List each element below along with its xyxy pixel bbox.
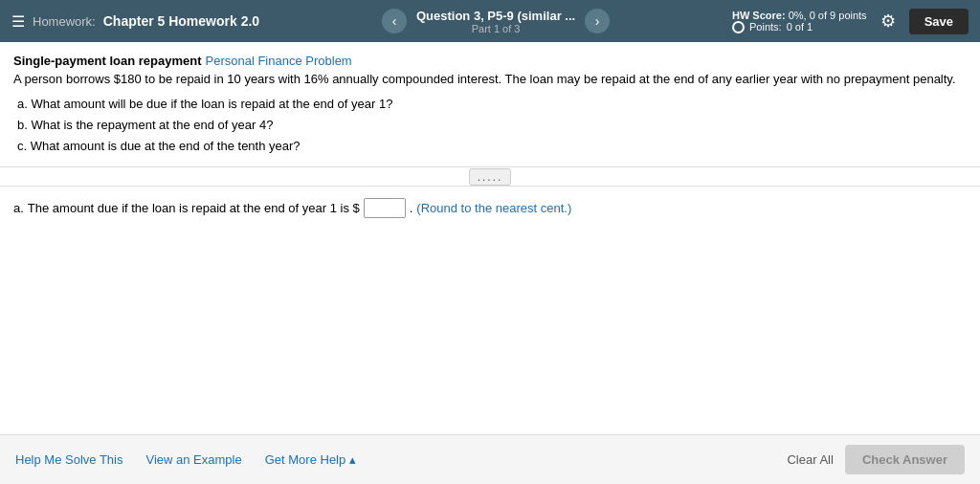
help-solve-button[interactable]: Help Me Solve This: [15, 452, 122, 467]
content-wrapper: Single-payment loan repayment Personal F…: [0, 42, 980, 484]
problem-area: Single-payment loan repayment Personal F…: [0, 42, 980, 167]
sub-questions: a. What amount will be due if the loan i…: [13, 94, 967, 157]
header-title: Chapter 5 Homework 2.0: [103, 13, 259, 29]
answer-input[interactable]: [364, 198, 406, 218]
answer-line: a. The amount due if the loan is repaid …: [13, 198, 967, 218]
question-title: Question 3, P5-9 (similar ...: [416, 9, 575, 23]
points-label: Points:: [749, 21, 782, 33]
score-points-row: Points: 0 of 1: [732, 21, 867, 33]
personal-finance-link[interactable]: Personal Finance Problem: [206, 54, 352, 68]
header: ☰ Homework: Chapter 5 Homework 2.0 ‹ Que…: [0, 0, 980, 42]
hamburger-icon[interactable]: ☰: [11, 12, 25, 31]
question-info: Question 3, P5-9 (similar ... Part 1 of …: [416, 9, 575, 34]
divider-row: .....: [0, 167, 980, 187]
get-more-help-button[interactable]: Get More Help ▴: [265, 452, 356, 467]
main-content: Single-payment loan repayment Personal F…: [0, 42, 980, 434]
part-label: Part 1 of 3: [472, 23, 521, 34]
answer-part-label: a.: [13, 201, 24, 215]
points-value: 0 of 1: [787, 21, 813, 33]
clear-all-button[interactable]: Clear All: [787, 452, 833, 467]
problem-description: A person borrows $180 to be repaid in 10…: [13, 72, 956, 86]
check-answer-button[interactable]: Check Answer: [845, 445, 965, 474]
header-left: ☰ Homework: Chapter 5 Homework 2.0: [11, 12, 259, 31]
score-info: HW Score: 0%, 0 of 9 points Points: 0 of…: [732, 10, 867, 33]
round-note: (Round to the nearest cent.): [416, 201, 571, 215]
problem-title: Single-payment loan repayment: [13, 54, 202, 68]
view-example-button[interactable]: View an Example: [145, 452, 241, 467]
collapse-button[interactable]: .....: [469, 168, 512, 186]
footer: Help Me Solve This View an Example Get M…: [0, 434, 980, 484]
sub-question-b: b. What is the repayment at the end of y…: [17, 115, 967, 136]
header-center: ‹ Question 3, P5-9 (similar ... Part 1 o…: [259, 9, 732, 34]
save-button[interactable]: Save: [909, 9, 969, 34]
header-right: HW Score: 0%, 0 of 9 points Points: 0 of…: [732, 9, 969, 34]
hw-score-value: 0%, 0 of 9 points: [789, 10, 867, 21]
hw-score-bold: HW Score:: [732, 10, 786, 21]
answer-pre-text: The amount due if the loan is repaid at …: [28, 201, 360, 215]
homework-label: Homework:: [33, 14, 96, 29]
hw-score-label: HW Score: 0%, 0 of 9 points: [732, 10, 867, 21]
nav-row: ‹ Question 3, P5-9 (similar ... Part 1 o…: [382, 9, 610, 34]
next-question-button[interactable]: ›: [585, 9, 610, 33]
sub-question-a: a. What amount will be due if the loan i…: [17, 94, 967, 115]
period-text: .: [410, 201, 413, 215]
settings-button[interactable]: ⚙: [880, 11, 896, 32]
circle-icon: [732, 21, 745, 33]
footer-right: Clear All Check Answer: [787, 445, 965, 474]
sub-question-c: c. What amount is due at the end of the …: [17, 136, 967, 157]
problem-header-line: Single-payment loan repayment Personal F…: [13, 54, 967, 86]
footer-left: Help Me Solve This View an Example Get M…: [15, 452, 356, 467]
answer-area: a. The amount due if the loan is repaid …: [0, 187, 980, 230]
prev-question-button[interactable]: ‹: [382, 9, 407, 33]
